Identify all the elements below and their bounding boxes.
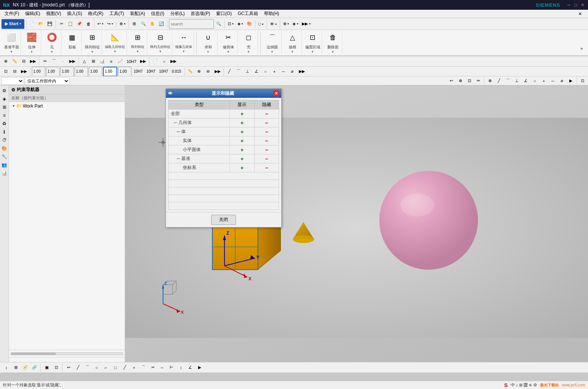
- menu-tools[interactable]: 工具(T): [106, 10, 127, 18]
- sidebar-settings-icon[interactable]: ⚙: [1, 87, 8, 94]
- tb2-point[interactable]: ·: [59, 57, 67, 66]
- tb2-dim[interactable]: 10H7: [125, 57, 138, 66]
- num-field-4[interactable]: [75, 67, 88, 76]
- snap2-btn[interactable]: ◈ •: [291, 19, 300, 29]
- search-go-btn[interactable]: 🔍: [215, 19, 223, 29]
- unite-icon[interactable]: ∪: [201, 31, 215, 44]
- num-field-7[interactable]: [118, 67, 131, 76]
- array-feature-icon[interactable]: ⊞: [86, 31, 99, 44]
- menu-file[interactable]: 文件(F): [1, 10, 22, 18]
- tb3-rulers[interactable]: 📏: [186, 67, 194, 76]
- tb2-more3[interactable]: ▶▶: [139, 57, 148, 66]
- tb2-list[interactable]: ≡: [107, 57, 115, 66]
- constraint-circ[interactable]: ○: [531, 76, 539, 86]
- sidebar-parts-icon[interactable]: ⊞: [1, 103, 8, 111]
- menu-prefs[interactable]: 首选项(P): [188, 10, 213, 18]
- offset-region-icon[interactable]: ⊡: [306, 31, 319, 44]
- show-all-btn[interactable]: +: [230, 109, 254, 118]
- undo-btn[interactable]: ↩ •: [96, 19, 105, 29]
- constraint-more[interactable]: ⊕: [456, 76, 464, 86]
- hide-csys-btn[interactable]: −: [254, 163, 279, 172]
- start-btn[interactable]: ▶ Start •: [1, 19, 24, 29]
- bt-angle[interactable]: ∠: [186, 363, 194, 373]
- dialog-close-btn[interactable]: 关闭: [211, 215, 236, 225]
- sidebar-assembly-icon[interactable]: ◈: [1, 95, 8, 103]
- more-btn[interactable]: ▶▶ •: [300, 19, 312, 29]
- bt-part[interactable]: ⊞: [12, 363, 20, 373]
- dialog-close-x[interactable]: ✕: [273, 90, 279, 96]
- bt-mirror[interactable]: ↔: [158, 363, 166, 373]
- menu-info[interactable]: 信息(I): [148, 10, 167, 18]
- draft-icon[interactable]: △: [286, 31, 299, 44]
- rib-icon[interactable]: ▦: [66, 31, 79, 44]
- menu-insert[interactable]: 插入(S): [64, 10, 85, 18]
- bt-curve[interactable]: ⌒: [139, 363, 148, 373]
- material-btn[interactable]: 🎨: [245, 19, 254, 29]
- show-geometry-btn[interactable]: +: [230, 118, 254, 127]
- tb3-more3[interactable]: ▶▶: [297, 67, 306, 76]
- bt-dim[interactable]: ⊢: [167, 363, 176, 373]
- tb3-more[interactable]: ▶▶: [19, 67, 28, 76]
- bt-nav[interactable]: 🧭: [21, 363, 29, 373]
- array-geo-icon[interactable]: ⊟: [154, 31, 167, 44]
- tb2-circle2[interactable]: ○: [160, 57, 168, 66]
- bt-more[interactable]: ▶: [196, 363, 204, 373]
- tb2-more2[interactable]: ▶▶: [68, 57, 77, 66]
- viewport[interactable]: Z Y X: [125, 85, 588, 370]
- show-facet-btn[interactable]: +: [230, 145, 254, 154]
- extract-geo-icon[interactable]: 📐: [108, 31, 122, 44]
- cut-btn[interactable]: ✂: [57, 19, 66, 29]
- bt-line[interactable]: ╱: [74, 363, 82, 373]
- constraint-line[interactable]: ╱: [495, 76, 503, 86]
- tb2-measure[interactable]: 📏: [10, 57, 19, 66]
- tb3-0015[interactable]: 0.015: [170, 67, 183, 76]
- save-btn[interactable]: 💾: [46, 19, 54, 29]
- tb3-10h7c[interactable]: 10H7: [158, 67, 170, 76]
- menu-gc[interactable]: GC工具箱: [235, 10, 261, 18]
- num-field-5[interactable]: [89, 67, 102, 76]
- show-csys-btn[interactable]: +: [230, 163, 254, 172]
- num-field-1[interactable]: [32, 67, 45, 76]
- bt-arc[interactable]: ⌒: [83, 363, 91, 373]
- show-body-btn[interactable]: +: [230, 127, 254, 136]
- delete-face-icon[interactable]: 🗑: [326, 31, 340, 44]
- sidebar-info-icon[interactable]: ℹ: [1, 128, 8, 136]
- edge-blend-icon[interactable]: ⌒: [266, 31, 279, 44]
- bt-plus[interactable]: +: [130, 363, 138, 373]
- tb2-snap[interactable]: ⊕: [1, 57, 10, 66]
- trim-body-icon[interactable]: ✂: [222, 31, 235, 44]
- tb2-triangle[interactable]: △: [80, 57, 88, 66]
- zoom-btn[interactable]: 🔍: [139, 19, 148, 29]
- sidebar-users-icon[interactable]: 👥: [1, 161, 8, 169]
- feature-btn[interactable]: ⊕ •: [282, 19, 291, 29]
- sidebar-chart-icon[interactable]: 📊: [1, 169, 8, 177]
- bt-circle[interactable]: ○: [93, 363, 101, 373]
- hide-all-btn[interactable]: −: [254, 109, 279, 118]
- constraint-dropdown-1[interactable]: [1, 77, 24, 85]
- hole-icon[interactable]: ⭕: [45, 31, 59, 44]
- num-field-6[interactable]: [103, 67, 117, 76]
- pan-btn[interactable]: ✋: [148, 19, 157, 29]
- constraint-snap[interactable]: ⊡: [465, 76, 473, 86]
- sidebar-reuse-icon[interactable]: ♻: [1, 120, 8, 127]
- constraint-more2[interactable]: ▶: [567, 76, 575, 86]
- bt-rect[interactable]: ⌐: [102, 363, 110, 373]
- bt-trim[interactable]: ✂: [149, 363, 157, 373]
- mirror-geo-icon[interactable]: ↔: [177, 31, 191, 44]
- constraint-snap2[interactable]: ⊕: [486, 76, 494, 86]
- menu-format[interactable]: 格式(R): [85, 10, 106, 18]
- hide-solid-btn[interactable]: −: [254, 136, 279, 145]
- tb3-snap2[interactable]: ⊟: [10, 67, 19, 76]
- menu-help[interactable]: 帮助(H): [261, 10, 282, 18]
- tree-item-work-part[interactable]: ▼ 📁 Work Part: [9, 103, 125, 109]
- tb3-arc[interactable]: ⌒: [234, 67, 243, 76]
- select-btn[interactable]: ⊡ •: [226, 19, 235, 29]
- hide-body-btn[interactable]: −: [254, 127, 279, 136]
- display-btn[interactable]: 👁 •: [269, 19, 278, 29]
- tb3-toggle[interactable]: ⊖: [204, 67, 212, 76]
- menu-assemble[interactable]: 装配(A): [127, 10, 148, 18]
- ribbon-more-btn[interactable]: »: [578, 43, 586, 53]
- menu-view[interactable]: 视图(V): [43, 10, 64, 18]
- tb3-more2[interactable]: ▶▶: [213, 67, 222, 76]
- tb3-10h7[interactable]: 10H7: [132, 67, 144, 76]
